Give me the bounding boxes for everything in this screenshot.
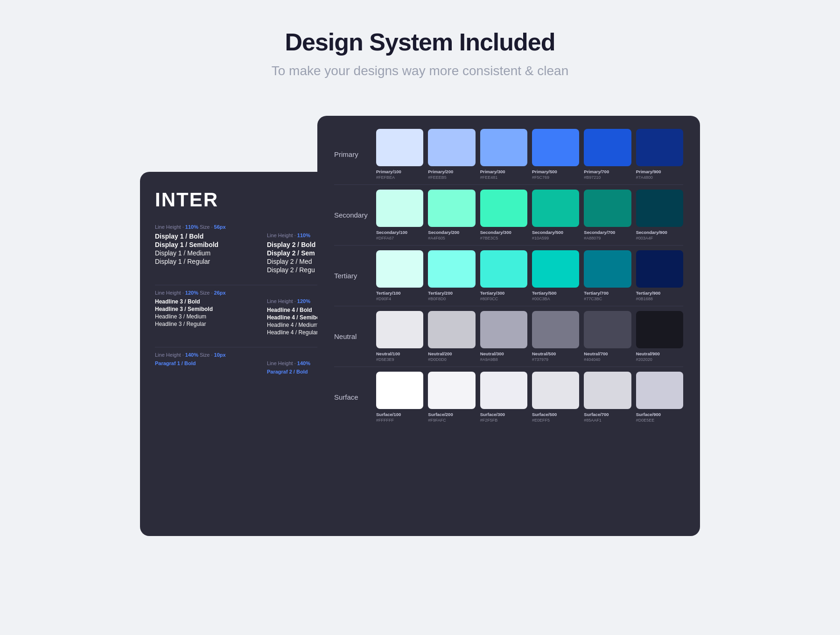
swatch-name-tertiary-0: Tertiary/100 bbox=[376, 290, 423, 296]
h3-medium: Headline 3 / Medium bbox=[155, 313, 256, 320]
swatch-box-neutral-2 bbox=[480, 311, 527, 348]
swatch-hex-primary-5: #7A4800 bbox=[636, 175, 683, 180]
para1-bold: Paragraf 1 / Bold bbox=[155, 360, 256, 366]
swatch-box-surface-0 bbox=[376, 372, 423, 409]
color-row-label-secondary: Secondary bbox=[334, 211, 376, 219]
swatch-item-primary-2: Primary/300#FEE481 bbox=[480, 129, 527, 180]
type-col-1: Display 1 / Bold Display 1 / Semibold Di… bbox=[155, 233, 256, 275]
color-card: PrimaryPrimary/100#FEFBEAPrimary/200#FEE… bbox=[317, 116, 700, 536]
display1-bold: Display 1 / Bold bbox=[155, 233, 256, 240]
color-row-label-tertiary: Tertiary bbox=[334, 272, 376, 280]
swatch-item-neutral-5: Neutral/900#202020 bbox=[636, 311, 683, 362]
swatch-hex-tertiary-3: #00C3BA bbox=[532, 296, 579, 301]
swatch-name-primary-1: Primary/200 bbox=[428, 169, 475, 174]
swatch-box-primary-5 bbox=[636, 129, 683, 166]
swatch-item-primary-3: Primary/500#F5C769 bbox=[532, 129, 579, 180]
swatch-box-primary-1 bbox=[428, 129, 475, 166]
swatch-box-primary-4 bbox=[584, 129, 631, 166]
swatch-name-secondary-4: Secondary/700 bbox=[584, 230, 631, 235]
swatch-name-primary-0: Primary/100 bbox=[376, 169, 423, 174]
swatch-item-neutral-0: Neutral/100#D5E3E9 bbox=[376, 311, 423, 362]
swatch-item-neutral-4: Neutral/700#404040 bbox=[584, 311, 631, 362]
swatch-item-tertiary-3: Tertiary/500#00C3BA bbox=[532, 250, 579, 301]
swatch-item-secondary-2: Secondary/300#7BE3C5 bbox=[480, 190, 527, 240]
divider-color-2 bbox=[334, 306, 683, 306]
h3-semibold: Headline 3 / Semibold bbox=[155, 306, 256, 312]
swatch-name-primary-3: Primary/500 bbox=[532, 169, 579, 174]
lh4-label: Line Height · bbox=[267, 298, 297, 304]
swatch-box-neutral-4 bbox=[584, 311, 631, 348]
color-row-label-primary: Primary bbox=[334, 150, 376, 158]
swatch-item-primary-5: Primary/900#7A4800 bbox=[636, 129, 683, 180]
color-row-tertiary: TertiaryTertiary/100#D90F4Tertiary/200#B… bbox=[334, 250, 683, 301]
swatch-name-tertiary-4: Tertiary/700 bbox=[584, 290, 631, 296]
swatch-hex-neutral-1: #D0D0D0 bbox=[428, 357, 475, 362]
swatch-box-secondary-1 bbox=[428, 190, 475, 227]
swatch-box-neutral-0 bbox=[376, 311, 423, 348]
swatch-hex-tertiary-2: #80F0CC bbox=[480, 296, 527, 301]
color-swatches-secondary: Secondary/100#DFFA67Secondary/200#A4F605… bbox=[376, 190, 683, 240]
swatch-name-secondary-1: Secondary/200 bbox=[428, 230, 475, 235]
line-height-label: Line Height · bbox=[155, 224, 185, 230]
swatch-hex-primary-3: #F5C769 bbox=[532, 175, 579, 180]
swatch-box-neutral-3 bbox=[532, 311, 579, 348]
swatch-box-tertiary-4 bbox=[584, 250, 631, 288]
swatch-item-tertiary-4: Tertiary/700#77C3BC bbox=[584, 250, 631, 301]
swatch-hex-primary-2: #FEE481 bbox=[480, 175, 527, 180]
cards-container: INTER Line Height · 110% Size · 56px Dis… bbox=[140, 116, 700, 545]
swatch-hex-primary-1: #FEEEB5 bbox=[428, 175, 475, 180]
swatch-name-surface-4: Surface/700 bbox=[584, 412, 631, 417]
color-swatches-neutral: Neutral/100#D5E3E9Neutral/200#D0D0D0Neut… bbox=[376, 311, 683, 362]
header-section: Design System Included To make your desi… bbox=[272, 28, 569, 78]
swatch-box-primary-3 bbox=[532, 129, 579, 166]
swatch-item-primary-4: Primary/700#B97210 bbox=[584, 129, 631, 180]
swatch-hex-neutral-3: #737979 bbox=[532, 357, 579, 362]
size-value: 56px bbox=[214, 224, 226, 230]
display1-semibold: Display 1 / Semibold bbox=[155, 241, 256, 248]
swatch-hex-tertiary-0: #D90F4 bbox=[376, 296, 423, 301]
swatch-box-neutral-1 bbox=[428, 311, 475, 348]
swatch-name-primary-5: Primary/900 bbox=[636, 169, 683, 174]
swatch-name-surface-3: Surface/500 bbox=[532, 412, 579, 417]
swatch-name-primary-2: Primary/300 bbox=[480, 169, 527, 174]
swatch-name-secondary-0: Secondary/100 bbox=[376, 230, 423, 235]
lh2-value: 110% bbox=[297, 233, 310, 238]
type-col-5: Paragraf 1 / Bold bbox=[155, 360, 256, 374]
swatch-name-surface-5: Surface/900 bbox=[636, 412, 683, 417]
swatch-item-surface-5: Surface/900#D0E5EE bbox=[636, 372, 683, 423]
swatch-box-secondary-5 bbox=[636, 190, 683, 227]
swatch-box-neutral-5 bbox=[636, 311, 683, 348]
swatch-hex-neutral-0: #D5E3E9 bbox=[376, 357, 423, 362]
swatch-item-surface-1: Surface/200#F9FAFC bbox=[428, 372, 475, 423]
swatch-item-secondary-4: Secondary/700#A88079 bbox=[584, 190, 631, 240]
color-row-label-neutral: Neutral bbox=[334, 332, 376, 340]
swatch-name-neutral-1: Neutral/200 bbox=[428, 351, 475, 356]
h3-bold: Headline 3 / Bold bbox=[155, 298, 256, 305]
color-swatches-surface: Surface/100#FFFFFFSurface/200#F9FAFCSurf… bbox=[376, 372, 683, 423]
swatch-box-secondary-2 bbox=[480, 190, 527, 227]
lh5-label: Line Height · bbox=[155, 352, 185, 358]
swatch-box-tertiary-1 bbox=[428, 250, 475, 288]
swatch-item-secondary-3: Secondary/500#10A599 bbox=[532, 190, 579, 240]
swatch-name-surface-0: Surface/100 bbox=[376, 412, 423, 417]
swatch-name-secondary-5: Secondary/900 bbox=[636, 230, 683, 235]
sub-title: To make your designs way more consistent… bbox=[272, 64, 569, 78]
swatch-box-surface-4 bbox=[584, 372, 631, 409]
swatch-item-secondary-0: Secondary/100#DFFA67 bbox=[376, 190, 423, 240]
swatch-item-secondary-5: Secondary/900#003A4F bbox=[636, 190, 683, 240]
swatch-name-neutral-3: Neutral/500 bbox=[532, 351, 579, 356]
swatch-hex-tertiary-5: #0B1688 bbox=[636, 296, 683, 301]
swatch-hex-surface-2: #F2F5FB bbox=[480, 418, 527, 423]
color-rows-container: PrimaryPrimary/100#FEFBEAPrimary/200#FEE… bbox=[334, 129, 683, 423]
swatch-name-tertiary-3: Tertiary/500 bbox=[532, 290, 579, 296]
display1-medium: Display 1 / Medium bbox=[155, 249, 256, 257]
swatch-name-tertiary-5: Tertiary/900 bbox=[636, 290, 683, 296]
swatch-name-neutral-2: Neutral/300 bbox=[480, 351, 527, 356]
swatch-box-tertiary-2 bbox=[480, 250, 527, 288]
swatch-item-tertiary-0: Tertiary/100#D90F4 bbox=[376, 250, 423, 301]
swatch-box-surface-1 bbox=[428, 372, 475, 409]
swatch-name-neutral-0: Neutral/100 bbox=[376, 351, 423, 356]
swatch-item-tertiary-2: Tertiary/300#80F0CC bbox=[480, 250, 527, 301]
size-label: Size · bbox=[200, 224, 214, 230]
swatch-box-surface-2 bbox=[480, 372, 527, 409]
